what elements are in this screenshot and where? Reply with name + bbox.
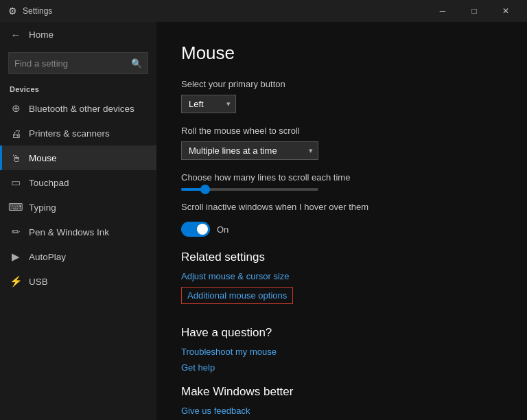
mouse-icon: 🖱 [10,152,22,164]
minimize-button[interactable]: ─ [427,0,458,22]
sidebar-item-label: USB [29,277,48,287]
inactive-windows-toggle-row: On [181,222,502,237]
sidebar-item-touchpad[interactable]: ▭ Touchpad [0,170,156,195]
autoplay-icon: ▶ [10,250,22,263]
printer-icon: 🖨 [10,127,22,139]
faq-heading: Have a question? [181,326,502,340]
sidebar-item-label: Typing [29,202,56,213]
main-layout: ← Home 🔍 Devices ⊕ Bluetooth & other dev… [0,22,527,420]
toggle-state-label: On [217,224,229,235]
usb-icon: ⚡ [10,275,22,288]
sidebar-item-pen[interactable]: ✏ Pen & Windows Ink [0,220,156,244]
get-help-link[interactable]: Get help [181,362,502,373]
close-button[interactable]: ✕ [490,0,522,22]
related-settings-heading: Related settings [181,250,502,264]
scroll-wheel-select[interactable]: Multiple lines at a time One screen at a… [181,141,318,160]
primary-button-select[interactable]: Left Right [181,95,236,113]
improve-section: Make Windows better Give us feedback [181,385,502,416]
title-bar: ⚙ Settings ─ □ ✕ [0,0,527,22]
content-area: Mouse Select your primary button Left Ri… [156,22,527,420]
maximize-button[interactable]: □ [458,0,490,22]
sidebar-item-label: Mouse [29,153,57,163]
lines-scroll-label: Choose how many lines to scroll each tim… [181,172,502,183]
related-settings-section: Related settings Adjust mouse & cursor s… [181,250,502,314]
sidebar-item-autoplay[interactable]: ▶ AutoPlay [0,244,156,269]
primary-button-section: Select your primary button Left Right ▾ [181,79,502,113]
sidebar-search-box[interactable]: 🔍 [8,52,148,74]
pen-icon: ✏ [10,226,22,238]
page-title: Mouse [181,43,502,64]
settings-app-icon: ⚙ [8,5,17,16]
sidebar: ← Home 🔍 Devices ⊕ Bluetooth & other dev… [0,22,156,420]
scroll-wheel-label: Roll the mouse wheel to scroll [181,126,502,136]
sidebar-item-usb[interactable]: ⚡ USB [0,269,156,294]
inactive-windows-toggle[interactable] [181,222,210,237]
toggle-knob [197,224,208,235]
sidebar-home-label: Home [29,30,54,40]
sidebar-item-label: Bluetooth & other devices [29,104,134,114]
inactive-windows-label: Scroll inactive windows when I hover ove… [181,202,502,212]
search-icon: 🔍 [131,58,142,69]
back-icon: ← [10,28,22,40]
sidebar-item-label: AutoPlay [29,252,66,262]
touchpad-icon: ▭ [10,176,22,189]
search-input[interactable] [14,58,131,69]
sidebar-item-mouse[interactable]: 🖱 Mouse [0,145,156,170]
sidebar-category-label: Devices [0,80,156,96]
feedback-link[interactable]: Give us feedback [181,406,502,416]
sidebar-item-home[interactable]: ← Home [0,22,156,47]
sidebar-item-label: Touchpad [29,178,69,188]
slider-thumb[interactable] [200,185,210,194]
faq-section: Have a question? Troubleshoot my mouse G… [181,326,502,373]
lines-scroll-slider[interactable] [181,188,318,191]
title-bar-controls: ─ □ ✕ [427,0,522,22]
additional-mouse-options-link[interactable]: Additional mouse options [181,287,293,304]
sidebar-item-label: Printers & scanners [29,128,110,139]
sidebar-item-typing[interactable]: ⌨ Typing [0,195,156,220]
sidebar-item-printers[interactable]: 🖨 Printers & scanners [0,121,156,145]
scroll-wheel-select-wrapper: Multiple lines at a time One screen at a… [181,141,318,160]
primary-button-select-wrapper: Left Right ▾ [181,95,236,113]
typing-icon: ⌨ [10,201,22,213]
title-bar-title: Settings [23,6,52,16]
primary-button-label: Select your primary button [181,79,502,89]
sidebar-item-bluetooth[interactable]: ⊕ Bluetooth & other devices [0,96,156,121]
sidebar-item-label: Pen & Windows Ink [29,227,109,237]
bluetooth-icon: ⊕ [10,102,22,115]
improve-heading: Make Windows better [181,385,502,399]
adjust-cursor-link[interactable]: Adjust mouse & cursor size [181,271,502,281]
scroll-wheel-section: Roll the mouse wheel to scroll Multiple … [181,126,502,160]
lines-scroll-slider-container [181,188,502,191]
troubleshoot-link[interactable]: Troubleshoot my mouse [181,347,502,357]
title-bar-left: ⚙ Settings [8,5,52,16]
